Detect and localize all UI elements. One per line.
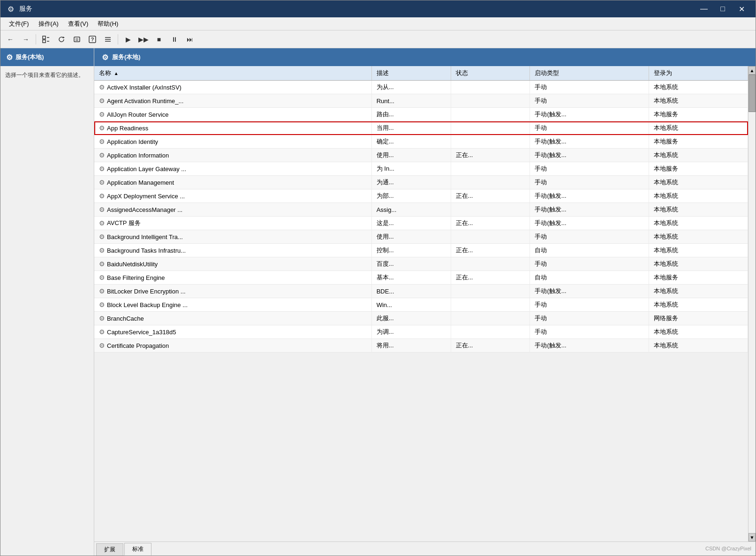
service-desc-cell: BDE... bbox=[371, 285, 451, 298]
table-row[interactable]: ⚙ActiveX Installer (AxInstSV)为从...手动本地系统 bbox=[94, 81, 748, 94]
table-row[interactable]: ⚙BaiduNetdiskUtility百度...手动本地系统 bbox=[94, 257, 748, 271]
maximize-button[interactable]: □ bbox=[714, 2, 731, 15]
service-icon-wrapper: ⚙Base Filtering Engine bbox=[99, 274, 165, 281]
tab-expand[interactable]: 扩展 bbox=[96, 543, 123, 556]
service-name: BaiduNetdiskUtility bbox=[107, 261, 158, 268]
service-icon-wrapper: ⚙Application Information bbox=[99, 151, 169, 159]
table-row[interactable]: ⚙Agent Activation Runtime_...Runt...手动本地… bbox=[94, 94, 748, 108]
table-row[interactable]: ⚙Application Identity确定...手动(触发...本地服务 bbox=[94, 135, 748, 149]
services-list: ⚙ActiveX Installer (AxInstSV)为从...手动本地系统… bbox=[94, 81, 748, 353]
service-startup-cell: 手动(触发... bbox=[530, 149, 649, 162]
pause-service-button[interactable]: ⏸ bbox=[167, 33, 181, 46]
scroll-up-button[interactable]: ▲ bbox=[748, 66, 756, 75]
service-icon-wrapper: ⚙BaiduNetdiskUtility bbox=[99, 260, 158, 268]
service-name: Background Intelligent Tra... bbox=[107, 233, 183, 240]
table-row[interactable]: ⚙Background Tasks Infrastru...控制...正在...… bbox=[94, 244, 748, 257]
scrollbar[interactable]: ▲ ▼ bbox=[748, 66, 756, 541]
show-hide-console-tree-button[interactable] bbox=[39, 33, 53, 46]
table-row[interactable]: ⚙AVCTP 服务这是...正在...手动(触发...本地系统 bbox=[94, 217, 748, 230]
sidebar-body: 选择一个项目来查看它的描述。 bbox=[0, 66, 94, 556]
col-header-name[interactable]: 名称 ▲ bbox=[94, 66, 371, 81]
table-row[interactable]: ⚙Base Filtering Engine基本...正在...自动本地服务 bbox=[94, 271, 748, 285]
table-row[interactable]: ⚙AllJoyn Router Service路由...手动(触发...本地服务 bbox=[94, 108, 748, 121]
service-desc-cell: 将用... bbox=[371, 339, 451, 353]
forward-button[interactable]: → bbox=[19, 33, 33, 46]
service-icon-wrapper: ⚙Certificate Propagation bbox=[99, 342, 169, 349]
service-name-cell: ⚙BitLocker Drive Encryption ... bbox=[94, 285, 371, 298]
table-row[interactable]: ⚙BitLocker Drive Encryption ...BDE...手动(… bbox=[94, 285, 748, 298]
gear-icon: ⚙ bbox=[99, 274, 105, 281]
menu-file[interactable]: 文件(F) bbox=[4, 18, 34, 30]
view-icon bbox=[104, 36, 112, 43]
gear-icon: ⚙ bbox=[99, 219, 105, 227]
properties-button[interactable] bbox=[70, 33, 84, 46]
service-startup-cell: 自动 bbox=[530, 244, 649, 257]
service-startup-cell: 手动 bbox=[530, 121, 649, 135]
service-name-cell: ⚙Block Level Backup Engine ... bbox=[94, 298, 371, 312]
service-name-cell: ⚙AppX Deployment Service ... bbox=[94, 189, 371, 203]
gear-icon: ⚙ bbox=[99, 233, 105, 240]
service-status-cell bbox=[451, 108, 530, 121]
service-desc-cell: 控制... bbox=[371, 244, 451, 257]
service-login-cell: 本地服务 bbox=[649, 271, 748, 285]
close-button[interactable]: ✕ bbox=[733, 2, 750, 15]
table-row[interactable]: ⚙Block Level Backup Engine ...Win...手动本地… bbox=[94, 298, 748, 312]
menu-action[interactable]: 操作(A) bbox=[34, 18, 63, 30]
gear-icon: ⚙ bbox=[99, 315, 105, 322]
table-row[interactable]: ⚙App Readiness当用...手动本地系统 bbox=[94, 121, 748, 135]
col-header-description[interactable]: 描述 bbox=[371, 66, 451, 81]
properties-icon bbox=[73, 36, 81, 43]
service-name: ActiveX Installer (AxInstSV) bbox=[107, 84, 181, 91]
start-service-button[interactable]: ▶ bbox=[121, 33, 135, 46]
table-scroll-container[interactable]: 名称 ▲ 描述 状态 启动类型 bbox=[94, 66, 748, 541]
svg-text:?: ? bbox=[91, 37, 94, 42]
menu-view[interactable]: 查看(V) bbox=[63, 18, 93, 30]
service-desc-cell: Win... bbox=[371, 298, 451, 312]
scroll-down-button[interactable]: ▼ bbox=[748, 533, 756, 541]
service-icon-wrapper: ⚙BitLocker Drive Encryption ... bbox=[99, 287, 186, 295]
table-row[interactable]: ⚙CaptureService_1a318d5为调...手动本地系统 bbox=[94, 325, 748, 339]
sidebar: ⚙ 服务(本地) 选择一个项目来查看它的描述。 bbox=[0, 48, 94, 556]
help-button[interactable]: ? bbox=[85, 33, 99, 46]
service-name-cell: ⚙App Readiness bbox=[94, 121, 371, 135]
refresh-button[interactable] bbox=[54, 33, 68, 46]
service-name: AssignedAccessManager ... bbox=[107, 206, 182, 213]
view-button[interactable] bbox=[101, 33, 115, 46]
service-icon-wrapper: ⚙Background Intelligent Tra... bbox=[99, 233, 183, 240]
table-row[interactable]: ⚙AppX Deployment Service ...为部...正在...手动… bbox=[94, 189, 748, 203]
service-startup-cell: 手动 bbox=[530, 230, 649, 244]
sidebar-gear-icon: ⚙ bbox=[6, 53, 13, 62]
service-status-cell bbox=[451, 325, 530, 339]
gear-icon: ⚙ bbox=[99, 151, 105, 159]
col-header-startup[interactable]: 启动类型 bbox=[530, 66, 649, 81]
scroll-thumb[interactable] bbox=[748, 75, 756, 112]
resume-service-button[interactable]: ▶▶ bbox=[136, 33, 151, 46]
main-window: ⚙ 服务 — □ ✕ 文件(F) 操作(A) 查看(V) 帮助(H) ← → bbox=[0, 0, 756, 556]
back-button[interactable]: ← bbox=[3, 33, 17, 46]
service-desc-cell: 当用... bbox=[371, 121, 451, 135]
restart-service-button[interactable]: ⏭ bbox=[183, 33, 197, 46]
table-row[interactable]: ⚙AssignedAccessManager ...Assig...手动(触发.… bbox=[94, 203, 748, 217]
stop-service-button[interactable]: ■ bbox=[152, 33, 166, 46]
service-login-cell: 本地系统 bbox=[649, 298, 748, 312]
tab-standard[interactable]: 标准 bbox=[124, 543, 151, 556]
table-row[interactable]: ⚙Application Layer Gateway ...为 In...手动本… bbox=[94, 162, 748, 176]
table-row[interactable]: ⚙Certificate Propagation将用...正在...手动(触发.… bbox=[94, 339, 748, 353]
table-row[interactable]: ⚙Application Information使用...正在...手动(触发.… bbox=[94, 149, 748, 162]
main-content: ⚙ 服务(本地) 选择一个项目来查看它的描述。 ⚙ 服务(本地) bbox=[0, 48, 756, 556]
col-header-status[interactable]: 状态 bbox=[451, 66, 530, 81]
table-row[interactable]: ⚙BranchCache此服...手动网络服务 bbox=[94, 312, 748, 325]
scroll-track[interactable] bbox=[748, 75, 756, 533]
table-row[interactable]: ⚙Application Management为通...手动本地系统 bbox=[94, 176, 748, 189]
menu-help[interactable]: 帮助(H) bbox=[93, 18, 123, 30]
table-row[interactable]: ⚙Background Intelligent Tra...使用...手动本地系… bbox=[94, 230, 748, 244]
minimize-button[interactable]: — bbox=[696, 2, 712, 15]
service-login-cell: 本地系统 bbox=[649, 203, 748, 217]
service-status-cell: 正在... bbox=[451, 339, 530, 353]
service-startup-cell: 手动 bbox=[530, 298, 649, 312]
service-startup-cell: 手动(触发... bbox=[530, 217, 649, 230]
col-header-login[interactable]: 登录为 bbox=[649, 66, 748, 81]
service-name: AllJoyn Router Service bbox=[107, 111, 169, 118]
service-status-cell bbox=[451, 285, 530, 298]
table-header-row: 名称 ▲ 描述 状态 启动类型 bbox=[94, 66, 748, 81]
